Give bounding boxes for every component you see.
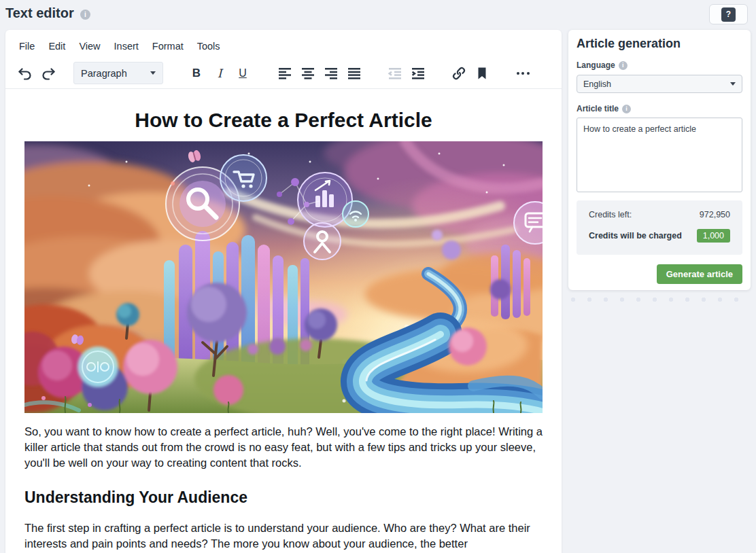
outdent-icon	[387, 65, 403, 82]
block-format-select[interactable]: Paragraph	[73, 62, 163, 84]
italic-button[interactable]: I	[208, 62, 231, 85]
indent-button[interactable]	[407, 62, 430, 85]
redo-arrow-icon	[40, 65, 56, 82]
ellipsis-icon	[517, 72, 530, 75]
align-right-button[interactable]	[320, 62, 343, 85]
hero-image[interactable]	[24, 141, 543, 413]
info-icon[interactable]: i	[80, 10, 90, 20]
question-mark-icon: ?	[721, 7, 736, 22]
page-title: Text editor	[5, 5, 74, 21]
link-chain-icon	[451, 65, 467, 82]
align-right-icon	[323, 65, 339, 82]
bold-button[interactable]: B	[185, 62, 208, 85]
align-left-button[interactable]	[273, 62, 296, 85]
bookmark-icon	[474, 65, 490, 82]
credits-left-label: Credits left:	[589, 210, 632, 219]
document-paragraph-intro[interactable]: So, you want to know how to create a per…	[24, 424, 543, 470]
menu-view[interactable]: View	[72, 38, 107, 54]
underline-button[interactable]: U	[231, 62, 254, 85]
indent-icon	[410, 65, 426, 82]
text-editor-panel: File Edit View Insert Format Tools Parag…	[5, 30, 562, 553]
info-icon[interactable]: i	[622, 105, 631, 113]
language-label: Language i	[577, 60, 628, 70]
document-paragraph-audience[interactable]: The first step in crafting a perfect art…	[24, 520, 543, 552]
background-dot-pattern	[570, 296, 749, 303]
link-button[interactable]	[447, 62, 470, 85]
menu-insert[interactable]: Insert	[107, 38, 145, 54]
menu-tools[interactable]: Tools	[190, 38, 227, 54]
undo-arrow-icon	[17, 65, 33, 82]
generate-article-button[interactable]: Generate article	[657, 264, 742, 284]
credits-charged-row: Credits will be charged 1,000	[589, 229, 730, 243]
credits-box: Credits left: 972,950 Credits will be ch…	[577, 200, 742, 255]
credits-charged-badge: 1,000	[697, 229, 730, 243]
document-heading-audience[interactable]: Understanding Your Audience	[24, 488, 543, 507]
chevron-down-icon	[730, 82, 736, 86]
menu-edit[interactable]: Edit	[41, 38, 72, 54]
credits-left-row: Credits left: 972,950	[589, 210, 730, 219]
language-select[interactable]: English	[577, 75, 742, 93]
undo-button[interactable]	[14, 62, 37, 85]
justify-button[interactable]	[343, 62, 366, 85]
help-button[interactable]: ?	[709, 4, 748, 24]
credits-charged-label: Credits will be charged	[589, 231, 682, 240]
menu-file[interactable]: File	[12, 38, 41, 54]
editor-toolbar: Paragraph B I U	[5, 58, 562, 89]
info-icon[interactable]: i	[619, 61, 628, 70]
more-options-button[interactable]	[511, 62, 534, 85]
redo-button[interactable]	[37, 62, 60, 85]
align-left-icon	[277, 65, 293, 82]
align-center-icon	[300, 65, 316, 82]
chevron-down-icon	[150, 71, 156, 75]
bookmark-button[interactable]	[470, 62, 494, 85]
panel-title: Article generation	[577, 37, 681, 51]
top-bar: Text editor i ?	[0, 0, 756, 30]
language-value: English	[583, 79, 611, 89]
article-title-label: Article title i	[577, 104, 631, 113]
outdent-button[interactable]	[383, 62, 407, 85]
justify-icon	[346, 65, 362, 82]
article-title-input[interactable]: How to create a perfect article	[577, 118, 742, 192]
align-center-button[interactable]	[296, 62, 320, 85]
editor-menubar: File Edit View Insert Format Tools	[5, 34, 562, 58]
document-title[interactable]: How to Create a Perfect Article	[24, 107, 543, 133]
block-format-value: Paragraph	[81, 68, 127, 79]
credits-left-value: 972,950	[700, 210, 730, 219]
article-generation-panel: Article generation Language i English Ar…	[568, 30, 751, 290]
menu-format[interactable]: Format	[145, 38, 190, 54]
document-content[interactable]: How to Create a Perfect Article	[5, 89, 562, 552]
